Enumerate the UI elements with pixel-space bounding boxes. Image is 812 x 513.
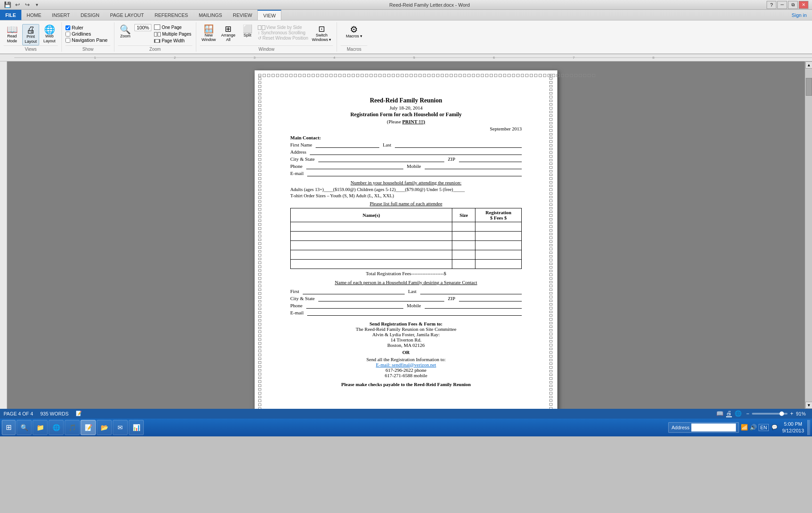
tab-view[interactable]: VIEW (257, 10, 281, 20)
zoom-value-display[interactable]: 100% (134, 24, 151, 31)
new-window-btn[interactable]: 🪟 NewWindow (200, 24, 218, 43)
show-desktop-btn[interactable] (808, 420, 810, 435)
systray-msg[interactable]: 💬 (771, 424, 779, 431)
doc-tshirt-line: T-shirt Order Sizes – Youth (S, M) Adult… (290, 193, 522, 198)
zoom-percent: 91% (796, 411, 808, 416)
doc-total-fees: Total Registration Fees-----------------… (290, 271, 522, 276)
gridlines-checkbox-label[interactable]: Gridlines (65, 31, 110, 37)
gridlines-checkbox[interactable] (65, 32, 70, 37)
undo-quickaccess[interactable]: ↩ (13, 1, 21, 9)
taskbar-excel-btn[interactable]: 📊 (129, 420, 144, 435)
restore-btn[interactable]: ⧉ (788, 1, 798, 9)
scroll-track[interactable] (805, 69, 812, 402)
help-btn[interactable]: ? (767, 1, 776, 9)
signin-btn[interactable]: Sign in (786, 10, 812, 20)
scroll-up-btn[interactable]: ▲ (805, 61, 812, 69)
vertical-scrollbar[interactable]: ▲ ▼ (805, 61, 812, 409)
doc-address-row: Address (290, 149, 522, 155)
web-layout-btn[interactable]: 🌐 WebLayout (41, 24, 58, 45)
address-input[interactable] (691, 423, 736, 432)
proofing-icon[interactable]: 📝 (76, 411, 82, 416)
ruler: 1 2 3 4 5 6 7 8 (0, 54, 812, 61)
minimize-btn[interactable]: ─ (777, 1, 787, 9)
status-read-mode-btn[interactable]: 📖 (716, 410, 723, 417)
doc-email-link[interactable]: E-mail: sendfinal@verizon.net (376, 362, 436, 367)
doc-list-note: Please list full name of each attendee (290, 201, 522, 206)
doc-title: Reed-Reid Family Reunion (290, 97, 522, 104)
doc-citystate2-row: City & State ZIP (290, 296, 522, 301)
start-btn[interactable]: ⊞ (2, 420, 16, 435)
status-web-layout-btn[interactable]: 🌐 (735, 410, 742, 417)
page-width-btn[interactable]: Page Width (153, 38, 192, 44)
read-mode-btn[interactable]: 📖 ReadMode (4, 24, 20, 45)
ribbon-group-zoom: 🔍 Zoom 100% One Page Multiple Pages Page… (118, 22, 196, 52)
taskbar-folder-btn[interactable]: 📂 (97, 420, 112, 435)
print-layout-btn[interactable]: 🖨 PrintLayout (22, 24, 39, 45)
tab-insert[interactable]: INSERT (47, 10, 75, 20)
doc-date-right: September 2013 (290, 126, 522, 131)
arrange-all-btn[interactable]: ⊞ ArrangeAll (219, 24, 237, 43)
table-row (291, 250, 522, 259)
vertical-ruler (0, 61, 7, 409)
tab-design[interactable]: DESIGN (75, 10, 105, 20)
synchronous-scrolling-btn[interactable]: ↕ Synchronous Scrolling (258, 30, 309, 35)
table-row (291, 240, 522, 250)
taskbar-search-btn[interactable]: 🔍 (16, 420, 32, 435)
status-print-layout-btn[interactable]: 🖨 (726, 410, 732, 417)
close-btn[interactable]: ✕ (799, 1, 808, 9)
doc-firstname2-row: First Last (290, 289, 522, 294)
title-bar: 💾 ↩ ↪ ▼ Reed-Reid Family Letter.docx - W… (0, 0, 812, 10)
taskbar-media-btn[interactable]: 🎵 (65, 420, 80, 435)
zoom-btn[interactable]: 🔍 Zoom (118, 24, 133, 39)
systray-ime[interactable]: EN (759, 424, 769, 431)
multiple-pages-btn[interactable]: Multiple Pages (153, 31, 192, 37)
taskbar-outlook-btn[interactable]: ✉ (113, 420, 128, 435)
taskbar-word-btn[interactable]: 📝 (81, 420, 96, 435)
one-page-btn[interactable]: One Page (153, 24, 192, 30)
doc-phone2-row: Phone Mobile (290, 303, 522, 309)
reset-window-btn[interactable]: ↺ Reset Window Position (258, 36, 309, 41)
table-row (291, 231, 522, 240)
zoom-slider[interactable] (752, 413, 788, 415)
doc-phone-row: Phone Mobile (290, 163, 522, 169)
taskbar: ⊞ 🔍 📁 🌐 🎵 📝 📂 ✉ 📊 Address 📶 🔊 EN 💬 5:00 … (0, 419, 812, 436)
ribbon-group-show: Ruler Gridlines Navigation Pane Show (65, 22, 114, 52)
document-view[interactable]: Reed-Reid Family Reunion July 18-20, 201… (7, 61, 805, 409)
nav-pane-checkbox[interactable] (65, 38, 70, 43)
doc-firstname-row: First Name Last (290, 142, 522, 148)
ribbon-group-macros: ⚙ Macros ▾ Macros (341, 22, 367, 52)
tab-page-layout[interactable]: PAGE LAYOUT (105, 10, 149, 20)
macros-btn[interactable]: ⚙ Macros ▾ (344, 24, 364, 39)
clock-display[interactable]: 5:00 PM 9/12/2013 (780, 421, 806, 434)
tab-references[interactable]: REFERENCES (149, 10, 193, 20)
doc-main-contact: Main Contact: (290, 135, 522, 140)
switch-windows-btn[interactable]: ⊡ SwitchWindows ▾ (310, 24, 333, 43)
split-btn[interactable]: ⬜ Split (239, 24, 256, 38)
systray-network[interactable]: 📶 (741, 424, 748, 431)
address-label: Address (671, 425, 689, 430)
zoom-in-btn[interactable]: + (790, 411, 793, 417)
save-quickaccess[interactable]: 💾 (4, 1, 12, 9)
tab-mailings[interactable]: MAILINGS (193, 10, 227, 20)
taskbar-ie-btn[interactable]: 🌐 (49, 420, 64, 435)
ruler-checkbox[interactable] (65, 25, 70, 30)
customquickaccess-btn[interactable]: ▼ (33, 1, 41, 9)
scroll-down-btn[interactable]: ▼ (805, 402, 812, 409)
redo-quickaccess[interactable]: ↪ (23, 1, 31, 9)
table-row (291, 259, 522, 269)
tab-file[interactable]: FILE (0, 10, 21, 20)
nav-pane-checkbox-label[interactable]: Navigation Pane (65, 37, 110, 43)
scroll-thumb[interactable] (806, 78, 812, 96)
zoom-out-btn[interactable]: − (746, 411, 749, 417)
systray-sound[interactable]: 🔊 (750, 424, 757, 431)
doc-send-block: Send Registration Fees & Form to: The Re… (290, 321, 522, 378)
view-side-by-side-btn[interactable]: View Side by Side (258, 25, 309, 30)
table-row (291, 222, 522, 231)
doc-attendee-table: Name(s) Size Registration$ Fees $ (290, 208, 522, 269)
ribbon-content: 📖 ReadMode 🖨 PrintLayout 🌐 WebLayout Vie… (0, 20, 812, 54)
tab-review[interactable]: REVIEW (227, 10, 257, 20)
document-page: Reed-Reid Family Reunion July 18-20, 201… (255, 70, 557, 409)
tab-home[interactable]: HOME (21, 10, 47, 20)
ruler-checkbox-label[interactable]: Ruler (65, 25, 110, 30)
taskbar-explorer-btn[interactable]: 📁 (32, 420, 48, 435)
